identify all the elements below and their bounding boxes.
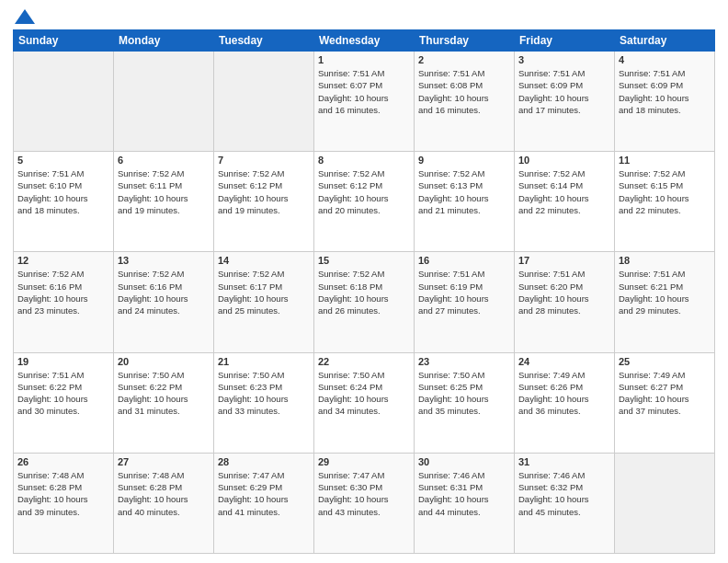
day-info: Sunrise: 7:51 AM Sunset: 6:08 PM Dayligh… bbox=[418, 67, 510, 116]
day-number: 3 bbox=[518, 54, 610, 65]
week-row-5: 26Sunrise: 7:48 AM Sunset: 6:28 PM Dayli… bbox=[14, 453, 715, 553]
day-number: 13 bbox=[118, 255, 210, 266]
calendar-cell: 4Sunrise: 7:51 AM Sunset: 6:09 PM Daylig… bbox=[615, 52, 715, 152]
day-number: 6 bbox=[118, 155, 210, 166]
day-info: Sunrise: 7:49 AM Sunset: 6:27 PM Dayligh… bbox=[619, 369, 711, 418]
calendar-cell: 2Sunrise: 7:51 AM Sunset: 6:08 PM Daylig… bbox=[415, 52, 515, 152]
day-info: Sunrise: 7:51 AM Sunset: 6:10 PM Dayligh… bbox=[17, 167, 109, 216]
day-info: Sunrise: 7:46 AM Sunset: 6:31 PM Dayligh… bbox=[418, 469, 510, 518]
col-header-wednesday: Wednesday bbox=[314, 30, 415, 52]
day-info: Sunrise: 7:52 AM Sunset: 6:13 PM Dayligh… bbox=[418, 167, 510, 216]
svg-marker-0 bbox=[15, 9, 35, 24]
day-number: 31 bbox=[518, 456, 610, 467]
day-number: 1 bbox=[318, 54, 410, 65]
calendar-cell: 20Sunrise: 7:50 AM Sunset: 6:22 PM Dayli… bbox=[114, 352, 214, 453]
day-info: Sunrise: 7:52 AM Sunset: 6:12 PM Dayligh… bbox=[218, 167, 310, 216]
calendar-cell: 21Sunrise: 7:50 AM Sunset: 6:23 PM Dayli… bbox=[214, 352, 314, 453]
day-number: 29 bbox=[318, 456, 410, 467]
calendar-cell: 13Sunrise: 7:52 AM Sunset: 6:16 PM Dayli… bbox=[114, 252, 214, 352]
calendar-cell: 15Sunrise: 7:52 AM Sunset: 6:18 PM Dayli… bbox=[314, 252, 415, 352]
day-info: Sunrise: 7:51 AM Sunset: 6:09 PM Dayligh… bbox=[518, 67, 610, 116]
calendar-cell: 14Sunrise: 7:52 AM Sunset: 6:17 PM Dayli… bbox=[214, 252, 314, 352]
day-info: Sunrise: 7:47 AM Sunset: 6:30 PM Dayligh… bbox=[318, 469, 410, 518]
day-number: 19 bbox=[17, 356, 109, 367]
calendar-cell: 26Sunrise: 7:48 AM Sunset: 6:28 PM Dayli… bbox=[14, 453, 114, 553]
calendar-cell: 11Sunrise: 7:52 AM Sunset: 6:15 PM Dayli… bbox=[615, 152, 715, 252]
day-number: 10 bbox=[518, 155, 610, 166]
logo bbox=[13, 9, 35, 24]
day-number: 21 bbox=[218, 356, 310, 367]
col-header-friday: Friday bbox=[515, 30, 615, 52]
calendar-cell: 29Sunrise: 7:47 AM Sunset: 6:30 PM Dayli… bbox=[314, 453, 415, 553]
day-info: Sunrise: 7:52 AM Sunset: 6:12 PM Dayligh… bbox=[318, 167, 410, 216]
day-number: 12 bbox=[17, 255, 109, 266]
day-info: Sunrise: 7:52 AM Sunset: 6:17 PM Dayligh… bbox=[218, 268, 310, 316]
calendar-cell: 8Sunrise: 7:52 AM Sunset: 6:12 PM Daylig… bbox=[314, 152, 415, 252]
day-info: Sunrise: 7:52 AM Sunset: 6:18 PM Dayligh… bbox=[318, 268, 410, 316]
day-info: Sunrise: 7:52 AM Sunset: 6:16 PM Dayligh… bbox=[118, 268, 210, 316]
day-info: Sunrise: 7:50 AM Sunset: 6:24 PM Dayligh… bbox=[318, 369, 410, 418]
calendar-cell: 1Sunrise: 7:51 AM Sunset: 6:07 PM Daylig… bbox=[314, 52, 415, 152]
calendar-cell: 18Sunrise: 7:51 AM Sunset: 6:21 PM Dayli… bbox=[615, 252, 715, 352]
calendar-cell: 3Sunrise: 7:51 AM Sunset: 6:09 PM Daylig… bbox=[515, 52, 615, 152]
logo-icon bbox=[15, 9, 35, 24]
calendar-cell: 17Sunrise: 7:51 AM Sunset: 6:20 PM Dayli… bbox=[515, 252, 615, 352]
day-number: 20 bbox=[118, 356, 210, 367]
col-header-saturday: Saturday bbox=[615, 30, 715, 52]
week-row-4: 19Sunrise: 7:51 AM Sunset: 6:22 PM Dayli… bbox=[14, 352, 715, 453]
col-header-monday: Monday bbox=[114, 30, 214, 52]
calendar-cell bbox=[214, 52, 314, 152]
day-info: Sunrise: 7:50 AM Sunset: 6:23 PM Dayligh… bbox=[218, 369, 310, 418]
calendar-cell: 24Sunrise: 7:49 AM Sunset: 6:26 PM Dayli… bbox=[515, 352, 615, 453]
day-info: Sunrise: 7:51 AM Sunset: 6:07 PM Dayligh… bbox=[318, 67, 410, 116]
day-number: 16 bbox=[418, 255, 510, 266]
day-info: Sunrise: 7:46 AM Sunset: 6:32 PM Dayligh… bbox=[518, 469, 610, 518]
day-number: 22 bbox=[318, 356, 410, 367]
header bbox=[13, 9, 715, 24]
day-info: Sunrise: 7:49 AM Sunset: 6:26 PM Dayligh… bbox=[518, 369, 610, 418]
calendar-header-row: SundayMondayTuesdayWednesdayThursdayFrid… bbox=[14, 30, 715, 52]
col-header-sunday: Sunday bbox=[14, 30, 114, 52]
calendar-table: SundayMondayTuesdayWednesdayThursdayFrid… bbox=[13, 29, 715, 554]
day-number: 28 bbox=[218, 456, 310, 467]
day-info: Sunrise: 7:52 AM Sunset: 6:11 PM Dayligh… bbox=[118, 167, 210, 216]
day-number: 5 bbox=[17, 155, 109, 166]
week-row-3: 12Sunrise: 7:52 AM Sunset: 6:16 PM Dayli… bbox=[14, 252, 715, 352]
day-number: 26 bbox=[17, 456, 109, 467]
day-info: Sunrise: 7:52 AM Sunset: 6:15 PM Dayligh… bbox=[619, 167, 711, 216]
day-number: 23 bbox=[418, 356, 510, 367]
day-number: 15 bbox=[318, 255, 410, 266]
day-info: Sunrise: 7:52 AM Sunset: 6:14 PM Dayligh… bbox=[518, 167, 610, 216]
day-number: 9 bbox=[418, 155, 510, 166]
calendar-cell: 9Sunrise: 7:52 AM Sunset: 6:13 PM Daylig… bbox=[415, 152, 515, 252]
calendar-cell: 22Sunrise: 7:50 AM Sunset: 6:24 PM Dayli… bbox=[314, 352, 415, 453]
day-info: Sunrise: 7:52 AM Sunset: 6:16 PM Dayligh… bbox=[17, 268, 109, 316]
week-row-2: 5Sunrise: 7:51 AM Sunset: 6:10 PM Daylig… bbox=[14, 152, 715, 252]
day-info: Sunrise: 7:51 AM Sunset: 6:21 PM Dayligh… bbox=[619, 268, 711, 316]
day-number: 8 bbox=[318, 155, 410, 166]
calendar-cell: 19Sunrise: 7:51 AM Sunset: 6:22 PM Dayli… bbox=[14, 352, 114, 453]
calendar-cell: 27Sunrise: 7:48 AM Sunset: 6:28 PM Dayli… bbox=[114, 453, 214, 553]
page: SundayMondayTuesdayWednesdayThursdayFrid… bbox=[0, 0, 728, 563]
day-info: Sunrise: 7:51 AM Sunset: 6:20 PM Dayligh… bbox=[518, 268, 610, 316]
day-number: 2 bbox=[418, 54, 510, 65]
day-info: Sunrise: 7:50 AM Sunset: 6:22 PM Dayligh… bbox=[118, 369, 210, 418]
day-number: 27 bbox=[118, 456, 210, 467]
calendar-cell: 12Sunrise: 7:52 AM Sunset: 6:16 PM Dayli… bbox=[14, 252, 114, 352]
calendar-cell bbox=[14, 52, 114, 152]
day-number: 17 bbox=[518, 255, 610, 266]
calendar-cell: 28Sunrise: 7:47 AM Sunset: 6:29 PM Dayli… bbox=[214, 453, 314, 553]
col-header-thursday: Thursday bbox=[415, 30, 515, 52]
calendar-cell: 7Sunrise: 7:52 AM Sunset: 6:12 PM Daylig… bbox=[214, 152, 314, 252]
day-number: 14 bbox=[218, 255, 310, 266]
day-info: Sunrise: 7:51 AM Sunset: 6:09 PM Dayligh… bbox=[619, 67, 711, 116]
calendar-cell bbox=[114, 52, 214, 152]
day-info: Sunrise: 7:50 AM Sunset: 6:25 PM Dayligh… bbox=[418, 369, 510, 418]
day-number: 7 bbox=[218, 155, 310, 166]
day-number: 4 bbox=[619, 54, 711, 65]
calendar-cell: 6Sunrise: 7:52 AM Sunset: 6:11 PM Daylig… bbox=[114, 152, 214, 252]
day-number: 25 bbox=[619, 356, 711, 367]
day-number: 18 bbox=[619, 255, 711, 266]
calendar-cell: 16Sunrise: 7:51 AM Sunset: 6:19 PM Dayli… bbox=[415, 252, 515, 352]
calendar-cell: 10Sunrise: 7:52 AM Sunset: 6:14 PM Dayli… bbox=[515, 152, 615, 252]
